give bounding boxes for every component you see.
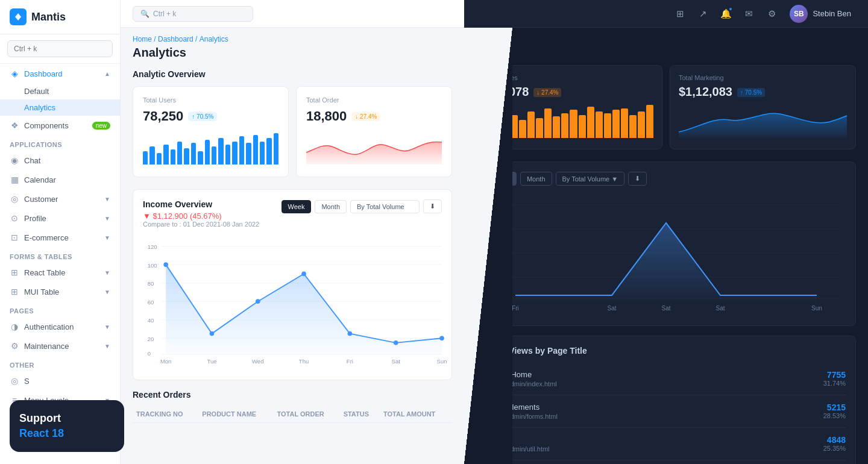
- dashboard-chevron: ▲: [104, 71, 110, 77]
- sales-bar: [527, 111, 535, 138]
- profile-label: Profile: [24, 214, 46, 223]
- stat-users-value: 78,250: [143, 108, 183, 124]
- sales-bar: [494, 122, 501, 139]
- auth-icon: ◑: [10, 322, 19, 331]
- support-popup[interactable]: Support React 18: [10, 400, 124, 452]
- mui-table-icon: ⊞: [10, 287, 19, 296]
- bar: [177, 142, 182, 165]
- dark-download-btn[interactable]: ⬇: [628, 172, 647, 186]
- svg-text:40: 40: [148, 317, 154, 324]
- light-panel: Home / Dashboard / Analytics Analytics A…: [121, 28, 464, 464]
- search-input[interactable]: [7, 40, 113, 57]
- orders-area-chart: [306, 131, 442, 165]
- bar: [266, 138, 271, 165]
- svg-text:Fri: Fri: [347, 358, 353, 365]
- bar: [143, 151, 148, 165]
- income-header: Income Overview ▼ $1,12,900 (45.67%) Com…: [143, 199, 442, 228]
- pv-row-3: Form Validation /demo/admin/validation.h…: [486, 460, 846, 464]
- svg-point-15: [210, 331, 215, 336]
- sales-bar: [621, 108, 628, 139]
- sales-bar: [485, 128, 492, 139]
- dark-month-btn[interactable]: Month: [520, 172, 552, 186]
- svg-point-14: [163, 262, 168, 267]
- sidebar-item-profile[interactable]: ⊙ Profile ▼: [0, 208, 120, 228]
- income-amount: ▼ $1,12,900 (45.67%): [143, 212, 222, 221]
- bar: [232, 142, 237, 165]
- month-btn[interactable]: Month: [315, 200, 347, 213]
- page-views-card: Page Views by Page Title Admin Home /dem…: [476, 336, 856, 464]
- sidebar-item-calendar[interactable]: ▦ Calendar: [0, 170, 120, 189]
- breadcrumb-current: Analytics: [200, 35, 228, 43]
- pv-row-0: Admin Home /demo/admin/index.html 7755 3…: [486, 363, 846, 395]
- pv-url-2: /demo/admin/util.html: [486, 445, 550, 453]
- user-name: Stebin Ben: [813, 9, 851, 18]
- bar: [246, 143, 251, 165]
- share-icon-btn[interactable]: ↗: [693, 4, 712, 24]
- breadcrumb-home[interactable]: Home: [133, 35, 152, 43]
- mail-icon-btn[interactable]: ✉: [739, 4, 758, 24]
- sidebar-item-chat[interactable]: ◉ Chat: [0, 151, 120, 170]
- sidebar-logo[interactable]: Mantis: [0, 0, 120, 34]
- logo-icon: [10, 8, 27, 25]
- dark-week-btn[interactable]: Week: [486, 172, 517, 186]
- apps-icon-btn[interactable]: ⊞: [670, 4, 690, 24]
- marketing-area-chart: [679, 105, 847, 138]
- search-icon: 🔍: [140, 10, 149, 18]
- sidebar-sub-analytics[interactable]: Analytics: [0, 99, 120, 116]
- notification-icon-btn[interactable]: 🔔: [716, 4, 735, 24]
- app-name: Mantis: [31, 11, 66, 24]
- pv-pct-0: 31.74%: [823, 380, 846, 387]
- bar: [260, 142, 265, 165]
- download-btn[interactable]: ⬇: [423, 199, 442, 213]
- pv-url-0: /demo/admin/index.html: [486, 380, 557, 387]
- volume-select[interactable]: By Total Volume: [350, 200, 420, 213]
- user-info[interactable]: SB Stebin Ben: [785, 2, 856, 25]
- stat-users-badge: ↑ 70.5%: [188, 112, 217, 121]
- sidebar-item-components[interactable]: ❖ Components new: [0, 116, 120, 135]
- settings-icon-btn[interactable]: ⚙: [762, 4, 781, 24]
- sidebar-item-sample[interactable]: ◎ S: [0, 371, 120, 390]
- sidebar: Mantis ◈ Dashboard ▲ Default Analytics ❖…: [0, 0, 121, 464]
- breadcrumb-dashboard[interactable]: Dashboard: [158, 35, 193, 43]
- sidebar-item-mui-table[interactable]: ⊞ MUI Table ▼: [0, 282, 120, 301]
- pv-count-2: 4848: [823, 435, 846, 445]
- stat-card-users: Total Users 78,250 ↑ 70.5%: [133, 86, 289, 177]
- pv-right-0: 7755 31.74%: [823, 370, 846, 387]
- sales-bar: [544, 108, 552, 139]
- bar: [274, 133, 278, 165]
- sales-bar-chart: [485, 105, 653, 138]
- sales-bar: [596, 111, 603, 138]
- dark-volume-btn[interactable]: By Total Volume ▼: [556, 172, 625, 186]
- users-bar-chart: [143, 131, 278, 165]
- sidebar-sub-default[interactable]: Default: [0, 83, 120, 99]
- orders-section: Recent Orders TRACKING NO PRODUCT NAME T…: [121, 390, 464, 423]
- dark-header: ⊞ ↗ 🔔 ✉ ⚙ SB Stebin Ben: [464, 0, 868, 28]
- avatar-initials: SB: [794, 10, 804, 18]
- header-search[interactable]: 🔍 Ctrl + k: [133, 6, 253, 22]
- sidebar-item-ecommerce[interactable]: ⊡ E-commerce ▼: [0, 228, 120, 247]
- svg-text:Wed: Wed: [252, 358, 263, 365]
- sidebar-item-authentication[interactable]: ◑ Authentication ▼: [0, 317, 120, 336]
- sidebar-item-react-table[interactable]: ⊞ React Table ▼: [0, 263, 120, 282]
- maintenance-chevron: ▼: [104, 343, 110, 350]
- svg-text:60: 60: [148, 299, 154, 306]
- sales-bar: [570, 110, 577, 138]
- dark-marketing-label: Total Marketing: [679, 74, 847, 81]
- svg-point-19: [394, 340, 398, 345]
- pv-right-2: 4848 25.35%: [823, 435, 846, 452]
- sidebar-item-dashboard[interactable]: ◈ Dashboard ▲: [0, 64, 120, 83]
- sales-bar: [519, 120, 526, 138]
- svg-text:Sat: Sat: [392, 358, 401, 365]
- sidebar-item-maintenance[interactable]: ⚙ Maintenance ▼: [0, 336, 120, 356]
- sidebar-item-customer[interactable]: ◎ Customer ▼: [0, 189, 120, 208]
- sample-label: S: [24, 377, 30, 386]
- income-card: Income Overview ▼ $1,12,900 (45.67%) Com…: [133, 189, 452, 380]
- page-title: Analytics: [133, 46, 452, 60]
- calendar-icon: ▦: [10, 175, 19, 184]
- pages-section: Pages: [0, 301, 120, 317]
- breadcrumb: Home / Dashboard / Analytics: [121, 28, 464, 46]
- dark-card-marketing: Total Marketing $1,12,083 ↑ 70.5%: [670, 65, 856, 149]
- dark-sales-row: $35,078 ↓ 27.4%: [485, 85, 653, 100]
- react-table-chevron: ▼: [104, 269, 110, 276]
- week-btn[interactable]: Week: [281, 200, 312, 213]
